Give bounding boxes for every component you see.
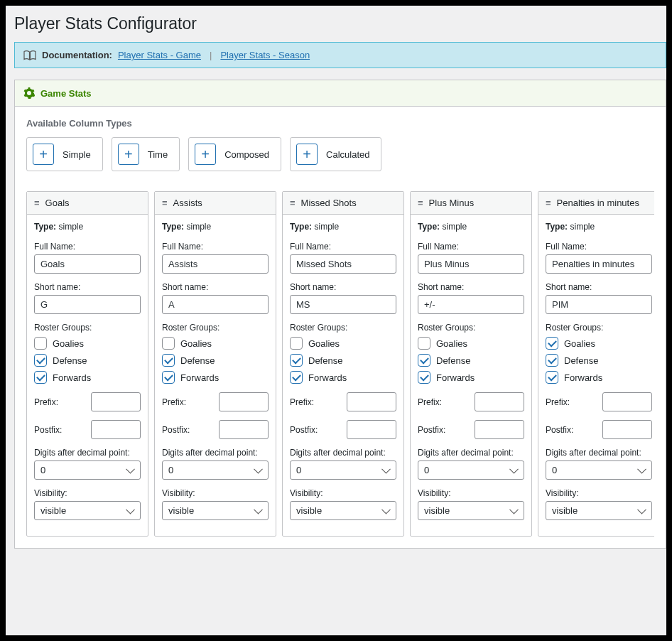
type-line: Type: simple — [546, 222, 652, 232]
checkbox[interactable] — [162, 337, 175, 350]
select-wrap: 0 — [34, 460, 141, 480]
text-input[interactable] — [34, 295, 141, 314]
type-line: Type: simple — [162, 222, 269, 232]
field-label: Roster Groups: — [546, 323, 652, 333]
column-body: Type: simpleFull Name:Short name:Roster … — [411, 215, 531, 536]
select[interactable]: visible — [546, 501, 652, 520]
text-input[interactable] — [546, 295, 652, 314]
select[interactable]: 0 — [418, 460, 524, 480]
checkbox[interactable] — [162, 354, 175, 367]
field-label: Visibility: — [546, 488, 652, 498]
checkbox-row: Defense — [418, 354, 524, 367]
type-line: Type: simple — [34, 222, 141, 232]
checkbox[interactable] — [418, 354, 430, 367]
column-header[interactable]: ≡Plus Minus — [411, 192, 531, 215]
select[interactable]: 0 — [162, 460, 269, 480]
doc-link-game[interactable]: Player Stats - Game — [118, 50, 201, 60]
checkbox-label: Defense — [308, 355, 342, 366]
text-input[interactable] — [34, 254, 141, 274]
checkbox[interactable] — [162, 371, 175, 384]
checkbox-label: Goalies — [436, 338, 467, 349]
checkbox[interactable] — [290, 337, 303, 350]
select[interactable]: 0 — [290, 460, 396, 480]
checkbox[interactable] — [546, 371, 558, 384]
checkbox-row: Goalies — [418, 337, 524, 350]
add-type-button[interactable]: +Time — [112, 137, 180, 171]
field-label: Full Name: — [290, 242, 396, 252]
small-input[interactable] — [91, 420, 141, 439]
column-header[interactable]: ≡Goals — [27, 192, 148, 215]
roster-groups: Roster Groups:GoaliesDefenseForwards — [546, 323, 652, 384]
text-input[interactable] — [290, 295, 396, 314]
column-header[interactable]: ≡Assists — [155, 192, 276, 215]
add-type-button[interactable]: +Composed — [188, 137, 281, 171]
checkbox[interactable] — [290, 371, 303, 384]
text-input[interactable] — [162, 295, 269, 314]
checkbox-row: Goalies — [162, 337, 269, 350]
select-wrap: 0 — [546, 460, 652, 480]
select[interactable]: 0 — [34, 460, 141, 480]
type-label: Calculated — [326, 149, 369, 160]
add-type-button[interactable]: +Simple — [26, 137, 103, 171]
small-input[interactable] — [347, 420, 396, 439]
small-input[interactable] — [219, 392, 269, 411]
field-label: Visibility: — [290, 488, 396, 498]
field-label: Short name: — [290, 282, 396, 292]
select-wrap: visible — [418, 501, 524, 520]
stat-column: ≡Missed ShotsType: simpleFull Name:Short… — [282, 191, 404, 537]
text-input[interactable] — [162, 254, 269, 274]
small-input[interactable] — [475, 420, 524, 439]
field-label: Roster Groups: — [290, 323, 396, 333]
small-input[interactable] — [602, 420, 652, 439]
select[interactable]: visible — [162, 501, 269, 520]
field-label: Visibility: — [418, 488, 524, 498]
field-label: Digits after decimal point: — [290, 448, 396, 458]
stat-column: ≡GoalsType: simpleFull Name:Short name:R… — [26, 191, 148, 537]
text-input[interactable] — [546, 254, 652, 274]
field-label: Roster Groups: — [418, 323, 524, 333]
checkbox-row: Forwards — [546, 371, 652, 384]
checkbox-label: Goalies — [53, 338, 84, 349]
column-title: Assists — [173, 198, 202, 208]
field-label: Short name: — [162, 282, 269, 292]
checkbox[interactable] — [290, 354, 303, 367]
field-label: Roster Groups: — [162, 323, 269, 333]
select-wrap: visible — [546, 501, 652, 520]
text-input[interactable] — [290, 254, 396, 274]
checkbox[interactable] — [546, 337, 558, 350]
text-input[interactable] — [418, 295, 524, 314]
small-input[interactable] — [475, 392, 524, 411]
inline-field: Prefix: — [290, 392, 396, 411]
panel-header[interactable]: Game Stats — [15, 80, 666, 107]
text-input[interactable] — [418, 254, 524, 274]
doc-link-season[interactable]: Player Stats - Season — [220, 50, 310, 60]
checkbox-label: Defense — [53, 355, 87, 366]
drag-icon: ≡ — [418, 198, 423, 208]
select[interactable]: 0 — [546, 460, 652, 480]
checkbox-row: Defense — [290, 354, 396, 367]
inline-field: Prefix: — [34, 392, 141, 411]
checkbox[interactable] — [418, 337, 430, 350]
checkbox[interactable] — [34, 371, 47, 384]
select[interactable]: visible — [418, 501, 524, 520]
panel-title: Game Stats — [40, 88, 92, 99]
checkbox[interactable] — [34, 337, 47, 350]
add-type-button[interactable]: +Calculated — [290, 137, 381, 171]
small-input[interactable] — [219, 420, 269, 439]
checkbox[interactable] — [546, 354, 558, 367]
checkbox-row: Forwards — [34, 371, 141, 384]
roster-groups: Roster Groups:GoaliesDefenseForwards — [418, 323, 524, 384]
column-title: Plus Minus — [429, 198, 475, 208]
checkbox[interactable] — [418, 371, 430, 384]
small-input[interactable] — [602, 392, 652, 411]
column-header[interactable]: ≡Missed Shots — [283, 192, 403, 215]
checkbox-label: Defense — [180, 355, 215, 366]
columns-row: ≡GoalsType: simpleFull Name:Short name:R… — [26, 191, 654, 537]
small-input[interactable] — [347, 392, 396, 411]
column-header[interactable]: ≡Penalties in minutes — [538, 192, 654, 215]
small-input[interactable] — [91, 392, 141, 411]
select[interactable]: visible — [290, 501, 396, 520]
checkbox[interactable] — [34, 354, 47, 367]
select[interactable]: visible — [34, 501, 141, 520]
book-icon — [23, 50, 36, 60]
